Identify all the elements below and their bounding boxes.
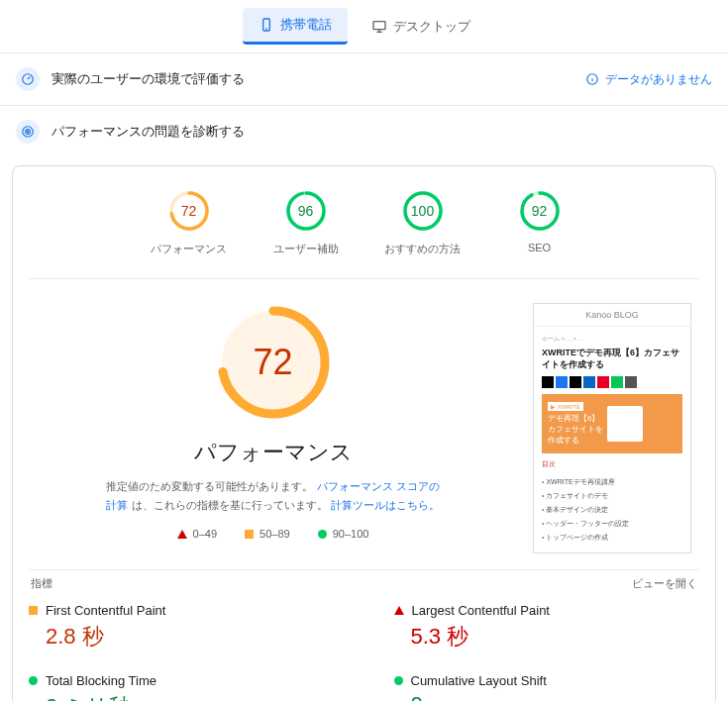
preview-social-row — [542, 376, 682, 388]
metric-2: Total Blocking Time 0 ミリ秒 — [29, 671, 335, 701]
preview-toc-item: カフェサイトのデモ — [542, 489, 682, 503]
metric-3: Cumulative Layout Shift 0 — [394, 671, 700, 701]
preview-title: XWRITEでデモ再現【6】カフェサイトを作成する — [542, 348, 682, 370]
target-icon — [16, 120, 40, 144]
no-data-link[interactable]: データがありません — [585, 71, 712, 88]
score-gauges-row: 72 パフォーマンス 96 ユーザー補助 100 おすすめの方法 92 — [29, 182, 699, 279]
preview-toc-item: XWRITEデモ再現講座 — [542, 475, 682, 489]
score-legend: 0–49 50–89 90–100 — [177, 528, 369, 540]
section-real-user: 実際のユーザーの環境で評価する データがありません — [0, 52, 728, 106]
metric-1: Largest Contentful Paint 5.3 秒 — [394, 601, 700, 653]
preview-toc-item: トップページの作成 — [542, 531, 682, 545]
triangle-icon — [177, 530, 187, 539]
big-gauge-score: 72 — [214, 303, 333, 422]
info-icon — [585, 72, 599, 86]
section-real-user-title: 実際のユーザーの環境で評価する — [52, 70, 245, 88]
tab-mobile-label: 携帯電話 — [280, 16, 332, 34]
tab-mobile[interactable]: 携帯電話 — [243, 8, 348, 45]
metrics-header: 指標 ビューを開く — [29, 569, 699, 601]
metric-name: Cumulative Layout Shift — [411, 673, 547, 688]
device-tabs: 携帯電話 デスクトップ — [0, 0, 728, 52]
preview-hero-image — [607, 406, 643, 442]
preview-toc-item: 基本デザインの決定 — [542, 503, 682, 517]
expand-view-button[interactable]: ビューを開く — [632, 576, 697, 591]
preview-breadcrumb: ホーム > ... > ... — [542, 335, 682, 344]
diagnose-card: 72 パフォーマンス 96 ユーザー補助 100 おすすめの方法 92 — [12, 165, 716, 701]
metric-name: Largest Contentful Paint — [412, 603, 550, 618]
gauge-icon — [16, 67, 40, 91]
svg-rect-2 — [373, 21, 385, 29]
gauge-3[interactable]: 92 SEO — [495, 190, 584, 256]
gauge-1[interactable]: 96 ユーザー補助 — [261, 190, 351, 256]
preview-toc-list: XWRITEデモ再現講座カフェサイトのデモ基本デザインの決定ヘッダー・フッターの… — [542, 475, 682, 545]
metrics-grid: First Contentful Paint 2.8 秒 Largest Con… — [29, 601, 699, 701]
metrics-label: 指標 — [31, 576, 52, 591]
metric-value: 0 — [411, 692, 700, 701]
page-screenshot-preview: Kanoo BLOG ホーム > ... > ... XWRITEでデモ再現【6… — [533, 303, 691, 553]
square-icon — [29, 606, 38, 615]
metric-value: 5.3 秒 — [411, 622, 700, 651]
performance-description: 推定値のため変動する可能性があります。 パフォーマンス スコアの計算 は、これら… — [105, 477, 442, 514]
section-diagnose-title: パフォーマンスの問題を診断する — [52, 123, 245, 141]
circle-icon — [318, 530, 327, 539]
desktop-icon — [371, 19, 387, 35]
svg-point-11 — [27, 131, 28, 132]
gauge-0[interactable]: 72 パフォーマンス — [145, 190, 234, 256]
smartphone-icon — [259, 17, 274, 33]
metric-name: Total Blocking Time — [46, 673, 156, 688]
preview-toc-item: ヘッダー・フッターの設定 — [542, 517, 682, 531]
preview-toc-label: 目次 — [542, 459, 682, 469]
calculator-link[interactable]: 計算ツールはこちら。 — [331, 499, 440, 511]
circle-icon — [394, 676, 403, 685]
metric-name: First Contentful Paint — [46, 603, 165, 618]
preview-header: Kanoo BLOG — [534, 304, 690, 327]
performance-title: パフォーマンス — [194, 438, 353, 467]
metric-value: 0 ミリ秒 — [46, 692, 335, 701]
tab-desktop[interactable]: デスクトップ — [356, 8, 486, 45]
tab-desktop-label: デスクトップ — [393, 18, 470, 36]
circle-icon — [29, 676, 38, 685]
performance-big-gauge: 72 — [214, 303, 333, 422]
metric-0: First Contentful Paint 2.8 秒 — [29, 601, 335, 653]
triangle-icon — [394, 606, 404, 615]
metric-value: 2.8 秒 — [46, 622, 335, 651]
performance-detail-row: 72 パフォーマンス 推定値のため変動する可能性があります。 パフォーマンス ス… — [29, 279, 699, 565]
gauge-2[interactable]: 100 おすすめの方法 — [378, 190, 468, 256]
section-diagnose: パフォーマンスの問題を診断する — [0, 106, 728, 157]
square-icon — [245, 530, 254, 539]
preview-hero: ▶ XWRITE デモ再現【6】 カフェサイトを 作成する — [542, 394, 682, 453]
